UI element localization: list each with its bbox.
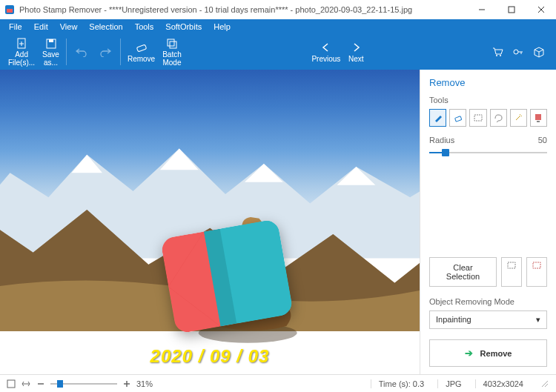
panel-title: Remove: [429, 77, 547, 88]
menu-tools[interactable]: Tools: [129, 21, 160, 33]
status-dimensions: 4032x3024: [475, 379, 531, 388]
toolbar: Add File(s)... Save as... Remove Batch M…: [0, 34, 556, 70]
clear-selection-button[interactable]: Clear Selection: [429, 257, 497, 287]
next-icon: [349, 41, 363, 54]
cart-icon[interactable]: [491, 45, 504, 59]
eraser-overlay-icon: [160, 219, 294, 334]
file-plus-icon: [15, 37, 28, 50]
next-label: Next: [348, 55, 364, 63]
window-title: Photo Stamp Remover - ****Unregistered v…: [19, 5, 467, 14]
save-as-button[interactable]: Save as...: [39, 36, 63, 68]
invert-selection-button[interactable]: [526, 257, 547, 287]
svg-point-14: [496, 55, 497, 56]
svg-rect-21: [474, 115, 482, 121]
key-icon[interactable]: [512, 45, 525, 59]
svg-rect-20: [454, 116, 461, 122]
chevron-down-icon: ▾: [536, 315, 540, 325]
radius-slider[interactable]: [429, 147, 547, 158]
redo-icon: [99, 45, 112, 59]
batch-mode-label: Batch Mode: [162, 50, 182, 67]
remove-button-label: Remove: [480, 349, 512, 358]
fit-screen-icon[interactable]: [6, 379, 16, 389]
resize-grip-icon[interactable]: [540, 379, 550, 389]
side-panel: Remove Tools Radius 50 Clear Selection O…: [420, 70, 556, 374]
previous-icon: [320, 41, 333, 54]
box-icon[interactable]: [532, 45, 546, 59]
undo-button[interactable]: [70, 36, 93, 68]
tool-marker[interactable]: [429, 109, 446, 127]
svg-rect-25: [533, 262, 540, 268]
tool-color-picker[interactable]: [530, 109, 547, 127]
zoom-out-icon[interactable]: [36, 379, 46, 389]
menu-selection[interactable]: Selection: [83, 21, 128, 33]
menubar: File Edit View Selection Tools SoftOrbit…: [0, 19, 556, 34]
menu-help[interactable]: Help: [208, 21, 236, 33]
next-button[interactable]: Next: [344, 36, 368, 68]
image-canvas[interactable]: 2020 / 09 / 03: [0, 70, 420, 374]
radius-label: Radius: [429, 136, 454, 144]
radius-value: 50: [538, 136, 547, 144]
mode-label: Object Removing Mode: [429, 297, 547, 306]
tool-rectangle[interactable]: [469, 109, 486, 127]
svg-point-16: [514, 50, 518, 54]
remove-button[interactable]: ➔ Remove: [429, 339, 547, 367]
svg-rect-1: [7, 9, 13, 13]
svg-rect-3: [509, 7, 514, 13]
batch-mode-button[interactable]: Batch Mode: [159, 36, 185, 68]
tool-eraser[interactable]: [449, 109, 466, 127]
window-controls: [467, 0, 556, 19]
add-files-label: Add File(s)...: [8, 50, 35, 67]
undo-icon: [75, 45, 88, 59]
svg-rect-22: [535, 114, 541, 120]
close-button[interactable]: [526, 0, 556, 19]
save-icon: [44, 37, 58, 50]
tool-magic-wand[interactable]: [510, 109, 527, 127]
fit-width-icon[interactable]: [21, 379, 31, 389]
batch-icon: [165, 37, 179, 50]
svg-rect-24: [508, 262, 515, 268]
status-time: Time (s): 0.3: [371, 379, 431, 388]
toolbar-separator: [120, 39, 121, 65]
previous-button[interactable]: Previous: [308, 36, 344, 68]
arrow-right-icon: ➔: [465, 348, 473, 359]
titlebar: Photo Stamp Remover - ****Unregistered v…: [0, 0, 556, 19]
menu-file[interactable]: File: [3, 21, 28, 33]
svg-point-15: [500, 55, 501, 56]
mode-value: Inpainting: [436, 315, 471, 325]
mode-select[interactable]: Inpainting ▾: [429, 310, 547, 329]
photo: 2020 / 09 / 03: [0, 70, 420, 374]
zoom-in-icon[interactable]: [122, 379, 132, 389]
remove-toolbar-label: Remove: [128, 55, 155, 63]
menu-edit[interactable]: Edit: [28, 21, 54, 33]
svg-rect-11: [136, 44, 146, 52]
save-as-label: Save as...: [42, 50, 59, 67]
add-files-button[interactable]: Add File(s)...: [4, 36, 39, 68]
remove-toolbar-button[interactable]: Remove: [124, 36, 159, 68]
maximize-button[interactable]: [497, 0, 526, 19]
svg-rect-13: [170, 41, 176, 48]
tool-lasso[interactable]: [490, 109, 507, 127]
menu-view[interactable]: View: [54, 21, 84, 33]
toolbar-separator: [66, 39, 67, 65]
svg-rect-26: [7, 380, 15, 388]
redo-button[interactable]: [93, 36, 117, 68]
zoom-slider[interactable]: [50, 379, 117, 388]
status-format: JPG: [437, 379, 469, 388]
app-icon: [4, 4, 15, 15]
tool-buttons: [429, 109, 547, 127]
deselect-button[interactable]: [501, 257, 522, 287]
statusbar: 31% Time (s): 0.3 JPG 4032x3024: [0, 374, 556, 392]
previous-label: Previous: [311, 55, 340, 63]
minimize-button[interactable]: [467, 0, 497, 19]
svg-rect-10: [49, 39, 53, 42]
zoom-value: 31%: [136, 379, 153, 388]
tools-label: Tools: [429, 96, 547, 104]
menu-softorbits[interactable]: SoftOrbits: [159, 21, 208, 33]
eraser-icon: [135, 41, 148, 54]
svg-rect-12: [168, 39, 174, 46]
content-area: 2020 / 09 / 03 Remove Tools Radius 50 Cl…: [0, 70, 556, 374]
svg-rect-23: [537, 121, 540, 122]
photo-date-stamp: 2020 / 09 / 03: [150, 346, 270, 367]
